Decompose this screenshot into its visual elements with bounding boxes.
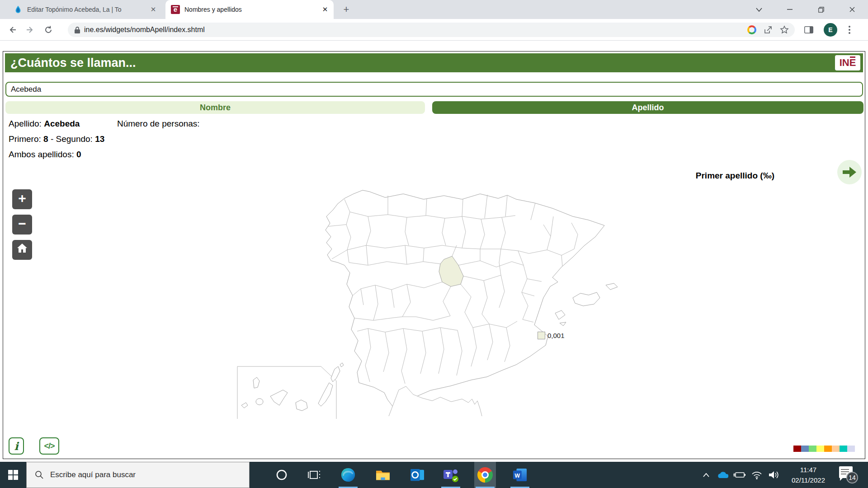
battery-tray-icon[interactable] (731, 462, 748, 488)
ine-logo[interactable]: INE (835, 55, 860, 70)
share-icon[interactable] (762, 24, 774, 36)
primero-value: 8 (43, 134, 48, 144)
windows-logo-icon (8, 470, 18, 480)
profile-avatar[interactable]: E (824, 23, 837, 37)
new-tab-button[interactable]: + (340, 4, 353, 16)
map-zoom-in-button[interactable]: + (12, 189, 32, 209)
onedrive-cloud-icon (717, 471, 728, 479)
onedrive-tray-icon[interactable] (714, 462, 731, 488)
ine-widget: ¿Cuántos se llaman... INE Nombre Apellid… (3, 51, 865, 459)
wifi-icon (751, 470, 763, 479)
canary-islands (241, 363, 344, 411)
back-icon[interactable] (5, 23, 19, 37)
legend-value: 0,001 (547, 332, 565, 339)
task-view-icon (308, 469, 321, 480)
macron-bar (173, 6, 178, 7)
palette (793, 446, 855, 452)
results-block: Apellido: Acebeda Número de personas: Pr… (9, 116, 200, 162)
nombre-button[interactable]: Nombre (5, 101, 425, 114)
task-view-button[interactable] (303, 462, 325, 488)
embed-code-button[interactable]: </> (39, 437, 59, 455)
page-title: ¿Cuántos se llaman... (5, 53, 863, 72)
tab-close-icon[interactable]: ✕ (149, 5, 157, 14)
tab-close-icon[interactable]: ✕ (321, 5, 329, 14)
forward-icon[interactable] (24, 23, 37, 37)
window-restore-button[interactable] (811, 0, 831, 19)
taskbar-clock[interactable]: 11:47 02/11/2022 (788, 465, 829, 485)
browser-toolbar: ine.es/widgets/nombApell/index.shtml E (0, 19, 868, 41)
palette-swatch (847, 446, 855, 452)
edge-icon (340, 467, 356, 483)
tab-ine-active[interactable]: e Nombres y apellidos ✕ (165, 0, 334, 19)
tab-title: Nombres y apellidos (184, 6, 316, 13)
arrow-right-icon (842, 165, 857, 179)
bookmark-star-icon[interactable] (778, 24, 790, 36)
personas-label: Número de personas: (117, 119, 200, 128)
outlook-button[interactable] (406, 462, 428, 488)
apellido-value: Acebeda (44, 119, 80, 128)
windows-taskbar: Escribe aquí para buscar (0, 462, 868, 488)
cortana-button[interactable] (271, 462, 292, 488)
taskbar-search-box[interactable]: Escribe aquí para buscar (26, 462, 250, 488)
map-home-button[interactable] (12, 240, 32, 260)
tab-drupal[interactable]: Editar Topónimo Acebeda, La | To ✕ (8, 0, 162, 19)
ambos-value: 0 (76, 150, 81, 159)
side-panel-icon[interactable] (802, 23, 816, 37)
widget-header: ¿Cuántos se llaman... INE (5, 53, 863, 72)
palette-swatch (832, 446, 840, 452)
tab-search-chevron-icon[interactable] (749, 0, 769, 19)
notification-center-button[interactable]: 14 (839, 466, 859, 484)
mallorca-island (573, 292, 600, 306)
logo-macron-bar (850, 56, 856, 58)
teams-button[interactable] (440, 462, 462, 488)
apellido-button[interactable]: Apellido (432, 101, 863, 114)
search-icon (35, 470, 44, 479)
word-button[interactable]: W (509, 462, 531, 488)
browser-menu-icon[interactable] (848, 24, 851, 35)
tray-chevron-button[interactable] (698, 462, 714, 488)
url-text[interactable]: ine.es/widgets/nombApell/index.shtml (84, 26, 746, 34)
window-close-button[interactable] (842, 0, 863, 19)
palette-swatch (816, 446, 824, 452)
logo-text-e: E (849, 57, 856, 68)
result-line-2: Primero: 8 - Segundo: 13 (9, 131, 200, 147)
palette-swatch (809, 446, 816, 452)
next-metric-button[interactable] (837, 160, 862, 184)
address-bar[interactable]: ine.es/widgets/nombApell/index.shtml (68, 23, 795, 37)
apellido-label: Apellido: (9, 119, 42, 128)
volume-tray-icon[interactable] (765, 462, 782, 488)
svg-text:W: W (515, 473, 520, 479)
reload-icon[interactable] (42, 23, 55, 37)
logo-text-in: IN (840, 57, 849, 69)
file-explorer-button[interactable] (372, 462, 394, 488)
search-placeholder: Escribe aquí para buscar (50, 470, 136, 479)
google-g-icon[interactable] (746, 24, 758, 36)
start-button[interactable] (0, 462, 26, 488)
palette-swatch (801, 446, 809, 452)
chrome-button[interactable] (474, 462, 496, 488)
notification-icon-tail (840, 477, 844, 481)
chrome-icon (477, 467, 493, 483)
spain-provinces-map[interactable] (191, 149, 688, 447)
wifi-tray-icon[interactable] (749, 462, 765, 488)
window-minimize-button[interactable] (779, 0, 800, 19)
file-explorer-icon (375, 468, 391, 482)
page-content: ¿Cuántos se llaman... INE Nombre Apellid… (0, 41, 868, 462)
legend-swatch (538, 332, 545, 339)
home-icon (16, 243, 28, 253)
outlook-icon (410, 468, 425, 482)
clock-date: 02/11/2022 (788, 475, 829, 485)
palette-swatch (824, 446, 832, 452)
lock-icon (74, 26, 80, 34)
edge-button[interactable] (337, 462, 359, 488)
metric-label: Primer apellido (‰) (696, 171, 774, 181)
cortana-icon (276, 469, 288, 481)
info-button[interactable]: i (9, 437, 24, 455)
ibiza-island (555, 310, 565, 319)
name-search-input[interactable] (5, 82, 863, 97)
spain-outline (326, 190, 604, 408)
result-line-1: Apellido: Acebeda Número de personas: (9, 116, 200, 131)
clock-time: 11:47 (788, 465, 829, 475)
notification-badge: 14 (846, 472, 858, 483)
map-zoom-out-button[interactable]: − (12, 215, 32, 235)
